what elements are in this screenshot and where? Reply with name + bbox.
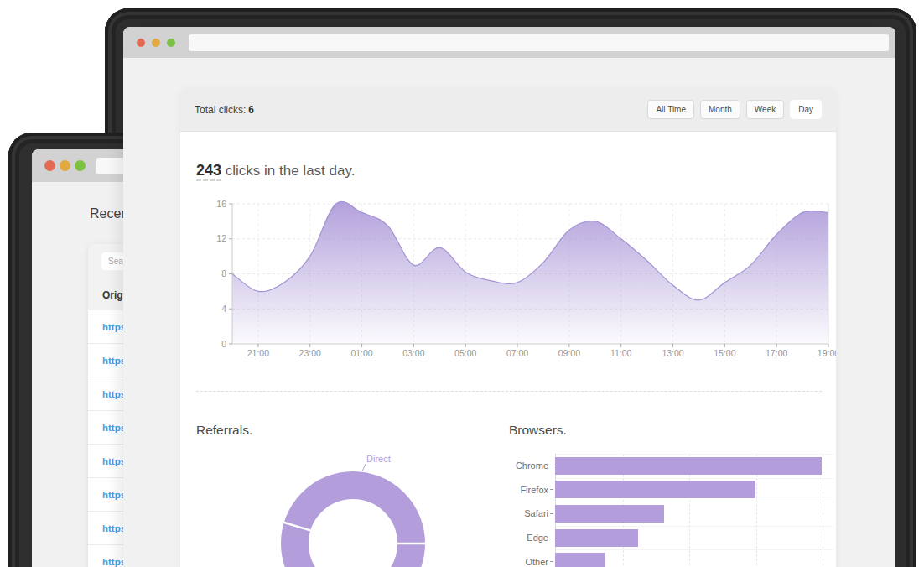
filter-button-all-time[interactable]: All Time [647,100,694,119]
traffic-light-minimize-icon[interactable] [152,39,160,47]
browsers-bar-chart: ChromeFirefoxSafariEdgeOther [509,454,833,567]
clicks-count: 243 [196,162,221,181]
section-divider [196,391,822,392]
bar-fill [555,457,822,475]
y-tick-label: 0 [221,339,226,349]
y-tick-label: 4 [221,304,226,314]
filter-button-month[interactable]: Month [700,100,740,119]
axis-tick [550,513,553,514]
analytics-panel: Total clicks:6 All TimeMonthWeekDay 243 … [180,88,836,567]
total-clicks-label: Total clicks: [195,104,246,116]
x-tick-label: 15:00 [714,348,735,358]
panel-header: Total clicks:6 All TimeMonthWeekDay [180,88,836,132]
browser-toolbar [123,27,895,58]
axis-tick [550,466,553,466]
bar-fill [555,529,638,547]
x-tick-label: 19:00 [818,348,836,358]
clicks-area-chart: 048121621:0023:0001:0003:0005:0007:0009:… [180,195,836,368]
address-bar[interactable] [189,34,889,51]
bar-row-chrome: Chrome [509,454,833,478]
bar-row-other: Other [509,549,833,567]
bar-fill [555,505,664,523]
clicks-headline-text: clicks in the last day. [221,163,355,179]
donut-ring [295,486,412,567]
clicks-headline: 243 clicks in the last day. [196,162,355,179]
x-tick-label: 05:00 [454,348,476,358]
referrals-donut-chart: Direct [227,445,479,567]
label-leader-line [362,464,366,471]
x-tick-label: 21:00 [247,348,269,358]
x-tick-label: 13:00 [662,348,683,358]
filter-button-week[interactable]: Week [746,100,784,119]
bar-fill [555,553,605,567]
traffic-light-close-icon[interactable] [44,160,55,171]
x-tick-label: 23:00 [299,348,321,358]
bar-row-edge: Edge [509,526,833,550]
x-tick-label: 07:00 [506,348,528,358]
bar-fill [555,481,755,498]
bar-track [555,481,833,498]
x-tick-label: 11:00 [610,348,632,358]
traffic-lights [44,160,86,171]
bar-label: Other [509,557,548,567]
filter-button-day[interactable]: Day [790,100,822,119]
x-tick-label: 17:00 [766,348,787,358]
y-tick-label: 12 [216,233,226,243]
total-clicks: Total clicks:6 [195,104,254,116]
filter-group: All TimeMonthWeekDay [647,100,822,119]
bar-label: Firefox [509,485,548,495]
bar-track [555,529,833,547]
traffic-lights [137,39,175,47]
browsers-heading: Browsers. [509,423,567,438]
bar-track [555,505,833,523]
y-tick-label: 16 [216,199,226,209]
traffic-light-zoom-icon[interactable] [167,39,175,47]
bar-track [555,457,833,475]
referrals-heading: Referrals. [196,423,252,438]
bar-row-firefox: Firefox [509,478,833,502]
bar-row-safari: Safari [509,502,833,526]
axis-tick [550,538,553,538]
main-window-body: Total clicks:6 All TimeMonthWeekDay 243 … [123,27,895,567]
page-background: Recent Original https://https://https://… [0,0,924,567]
donut-slice-label: Direct [366,454,391,464]
bar-label: Safari [509,508,548,518]
bar-label: Edge [509,533,548,543]
bar-label: Chrome [509,460,548,471]
x-tick-label: 03:00 [402,348,424,358]
area-fill [232,201,828,344]
traffic-light-zoom-icon[interactable] [75,160,86,171]
x-tick-label: 09:00 [558,348,580,358]
bar-track [555,553,833,567]
axis-tick [550,489,553,490]
axis-tick [550,561,553,562]
y-tick-label: 8 [221,268,226,278]
total-clicks-value: 6 [248,104,254,116]
traffic-light-close-icon[interactable] [137,39,145,47]
x-tick-label: 01:00 [350,348,372,358]
traffic-light-minimize-icon[interactable] [60,160,70,171]
